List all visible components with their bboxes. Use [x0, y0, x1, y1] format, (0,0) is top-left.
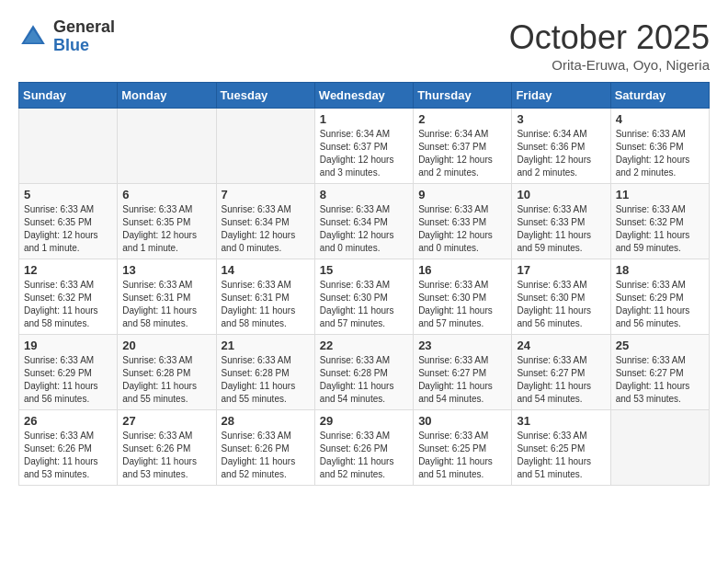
day-number: 10: [517, 188, 605, 201]
day-number: 1: [320, 112, 408, 126]
day-info: Sunrise: 6:33 AM Sunset: 6:32 PM Dayligh…: [24, 279, 112, 330]
calendar-day-4: 4Sunrise: 6:33 AM Sunset: 6:36 PM Daylig…: [610, 109, 709, 184]
day-number: 12: [24, 263, 112, 277]
day-number: 28: [222, 414, 310, 428]
day-info: Sunrise: 6:33 AM Sunset: 6:27 PM Dayligh…: [517, 354, 605, 406]
day-info: Sunrise: 6:33 AM Sunset: 6:27 PM Dayligh…: [418, 354, 506, 406]
calendar-day-22: 22Sunrise: 6:33 AM Sunset: 6:28 PM Dayli…: [314, 335, 413, 410]
day-number: 24: [517, 339, 605, 352]
day-info: Sunrise: 6:33 AM Sunset: 6:26 PM Dayligh…: [122, 430, 210, 481]
calendar-empty: [118, 109, 216, 184]
calendar-day-11: 11Sunrise: 6:33 AM Sunset: 6:32 PM Dayli…: [610, 184, 709, 259]
day-info: Sunrise: 6:33 AM Sunset: 6:28 PM Dayligh…: [222, 354, 310, 406]
day-info: Sunrise: 6:33 AM Sunset: 6:30 PM Dayligh…: [320, 279, 408, 330]
logo-text: General Blue: [53, 18, 115, 55]
location: Orita-Eruwa, Oyo, Nigeria: [509, 57, 710, 73]
calendar-table: SundayMondayTuesdayWednesdayThursdayFrid…: [18, 82, 710, 486]
calendar-header-sunday: Sunday: [19, 83, 118, 109]
calendar-day-1: 1Sunrise: 6:34 AM Sunset: 6:37 PM Daylig…: [314, 109, 413, 184]
day-number: 13: [122, 263, 210, 277]
day-info: Sunrise: 6:33 AM Sunset: 6:30 PM Dayligh…: [517, 279, 605, 330]
calendar-day-7: 7Sunrise: 6:33 AM Sunset: 6:34 PM Daylig…: [216, 184, 314, 259]
calendar-day-27: 27Sunrise: 6:33 AM Sunset: 6:26 PM Dayli…: [118, 410, 216, 486]
day-info: Sunrise: 6:34 AM Sunset: 6:37 PM Dayligh…: [418, 128, 506, 179]
day-number: 22: [320, 339, 408, 352]
day-number: 6: [122, 188, 210, 201]
day-number: 18: [616, 263, 704, 277]
calendar-day-14: 14Sunrise: 6:33 AM Sunset: 6:31 PM Dayli…: [216, 259, 314, 335]
day-number: 17: [517, 263, 605, 277]
calendar-day-5: 5Sunrise: 6:33 AM Sunset: 6:35 PM Daylig…: [19, 184, 118, 259]
day-info: Sunrise: 6:33 AM Sunset: 6:35 PM Dayligh…: [24, 203, 112, 255]
calendar-day-18: 18Sunrise: 6:33 AM Sunset: 6:29 PM Dayli…: [610, 259, 709, 335]
day-number: 23: [418, 339, 506, 352]
calendar-day-28: 28Sunrise: 6:33 AM Sunset: 6:26 PM Dayli…: [216, 410, 314, 486]
day-info: Sunrise: 6:33 AM Sunset: 6:36 PM Dayligh…: [616, 128, 704, 179]
day-info: Sunrise: 6:33 AM Sunset: 6:32 PM Dayligh…: [616, 203, 704, 255]
day-info: Sunrise: 6:33 AM Sunset: 6:28 PM Dayligh…: [122, 354, 210, 406]
calendar-day-30: 30Sunrise: 6:33 AM Sunset: 6:25 PM Dayli…: [414, 410, 512, 486]
calendar-empty: [216, 109, 314, 184]
title-area: October 2025 Orita-Eruwa, Oyo, Nigeria: [509, 18, 710, 73]
day-info: Sunrise: 6:34 AM Sunset: 6:37 PM Dayligh…: [320, 128, 408, 179]
day-info: Sunrise: 6:33 AM Sunset: 6:30 PM Dayligh…: [418, 279, 506, 330]
day-number: 5: [24, 188, 112, 201]
calendar-day-31: 31Sunrise: 6:33 AM Sunset: 6:25 PM Dayli…: [512, 410, 610, 486]
calendar-day-8: 8Sunrise: 6:33 AM Sunset: 6:34 PM Daylig…: [314, 184, 413, 259]
calendar-header-monday: Monday: [118, 83, 216, 109]
calendar-week-3: 12Sunrise: 6:33 AM Sunset: 6:32 PM Dayli…: [19, 259, 710, 335]
day-info: Sunrise: 6:33 AM Sunset: 6:25 PM Dayligh…: [517, 430, 605, 481]
calendar-week-2: 5Sunrise: 6:33 AM Sunset: 6:35 PM Daylig…: [19, 184, 710, 259]
day-info: Sunrise: 6:33 AM Sunset: 6:25 PM Dayligh…: [418, 430, 506, 481]
calendar-day-23: 23Sunrise: 6:33 AM Sunset: 6:27 PM Dayli…: [414, 335, 512, 410]
day-number: 14: [222, 263, 310, 277]
calendar-day-16: 16Sunrise: 6:33 AM Sunset: 6:30 PM Dayli…: [414, 259, 512, 335]
calendar-day-13: 13Sunrise: 6:33 AM Sunset: 6:31 PM Dayli…: [118, 259, 216, 335]
calendar-header-wednesday: Wednesday: [314, 83, 413, 109]
day-number: 21: [222, 339, 310, 352]
calendar-day-19: 19Sunrise: 6:33 AM Sunset: 6:29 PM Dayli…: [19, 335, 118, 410]
day-number: 27: [122, 414, 210, 428]
day-number: 19: [24, 339, 112, 352]
day-info: Sunrise: 6:33 AM Sunset: 6:33 PM Dayligh…: [418, 203, 506, 255]
day-number: 3: [517, 112, 605, 126]
day-number: 15: [320, 263, 408, 277]
month-title: October 2025: [509, 18, 710, 57]
calendar-empty: [19, 109, 118, 184]
calendar-header-row: SundayMondayTuesdayWednesdayThursdayFrid…: [19, 83, 710, 109]
page-header: General Blue October 2025 Orita-Eruwa, O…: [18, 18, 710, 73]
calendar-header-friday: Friday: [512, 83, 610, 109]
day-info: Sunrise: 6:33 AM Sunset: 6:26 PM Dayligh…: [24, 430, 112, 481]
calendar-day-25: 25Sunrise: 6:33 AM Sunset: 6:27 PM Dayli…: [610, 335, 709, 410]
day-number: 29: [320, 414, 408, 428]
calendar-day-12: 12Sunrise: 6:33 AM Sunset: 6:32 PM Dayli…: [19, 259, 118, 335]
day-info: Sunrise: 6:33 AM Sunset: 6:29 PM Dayligh…: [24, 354, 112, 406]
calendar-empty: [610, 410, 709, 486]
day-info: Sunrise: 6:33 AM Sunset: 6:33 PM Dayligh…: [517, 203, 605, 255]
day-info: Sunrise: 6:34 AM Sunset: 6:36 PM Dayligh…: [517, 128, 605, 179]
day-info: Sunrise: 6:33 AM Sunset: 6:28 PM Dayligh…: [320, 354, 408, 406]
calendar-day-10: 10Sunrise: 6:33 AM Sunset: 6:33 PM Dayli…: [512, 184, 610, 259]
day-number: 20: [122, 339, 210, 352]
calendar-day-21: 21Sunrise: 6:33 AM Sunset: 6:28 PM Dayli…: [216, 335, 314, 410]
calendar-week-1: 1Sunrise: 6:34 AM Sunset: 6:37 PM Daylig…: [19, 109, 710, 184]
calendar-day-6: 6Sunrise: 6:33 AM Sunset: 6:35 PM Daylig…: [118, 184, 216, 259]
calendar-header-saturday: Saturday: [610, 83, 709, 109]
calendar-day-26: 26Sunrise: 6:33 AM Sunset: 6:26 PM Dayli…: [19, 410, 118, 486]
day-number: 16: [418, 263, 506, 277]
calendar-day-29: 29Sunrise: 6:33 AM Sunset: 6:26 PM Dayli…: [314, 410, 413, 486]
day-info: Sunrise: 6:33 AM Sunset: 6:34 PM Dayligh…: [320, 203, 408, 255]
day-number: 8: [320, 188, 408, 201]
calendar-day-9: 9Sunrise: 6:33 AM Sunset: 6:33 PM Daylig…: [414, 184, 512, 259]
logo-general: General: [53, 18, 115, 37]
calendar-day-24: 24Sunrise: 6:33 AM Sunset: 6:27 PM Dayli…: [512, 335, 610, 410]
logo-blue: Blue: [53, 37, 115, 55]
day-info: Sunrise: 6:33 AM Sunset: 6:26 PM Dayligh…: [320, 430, 408, 481]
day-number: 4: [616, 112, 704, 126]
day-number: 7: [222, 188, 310, 201]
day-number: 31: [517, 414, 605, 428]
day-info: Sunrise: 6:33 AM Sunset: 6:31 PM Dayligh…: [122, 279, 210, 330]
calendar-day-3: 3Sunrise: 6:34 AM Sunset: 6:36 PM Daylig…: [512, 109, 610, 184]
day-info: Sunrise: 6:33 AM Sunset: 6:29 PM Dayligh…: [616, 279, 704, 330]
day-number: 11: [616, 188, 704, 201]
